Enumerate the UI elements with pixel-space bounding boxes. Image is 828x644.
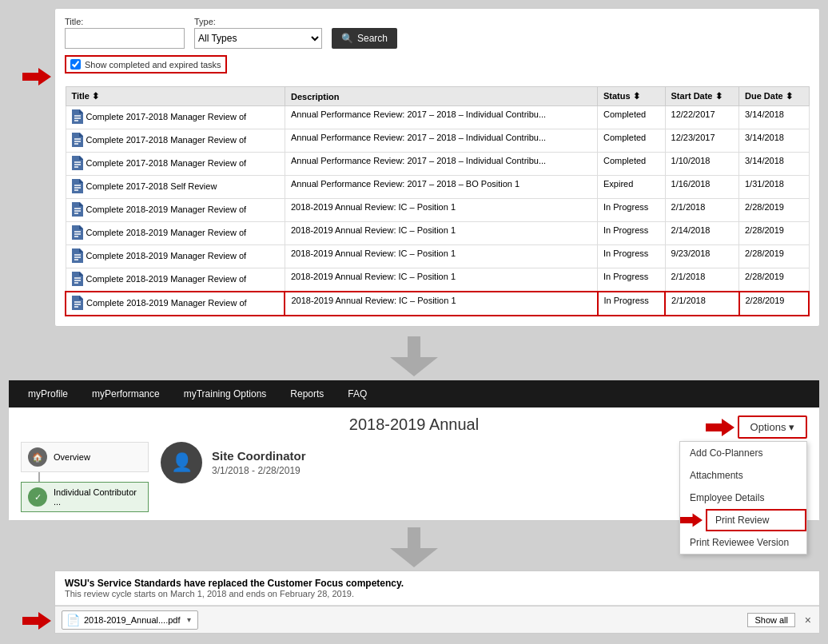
show-completed-checkbox[interactable] xyxy=(70,59,81,70)
options-wrapper: Options ▾ Add Co-Planners Attachments Em… xyxy=(706,415,807,439)
download-section: WSU's Service Standards have replaced th… xyxy=(54,570,820,634)
options-button[interactable]: Options ▾ xyxy=(738,415,807,439)
nav-reports[interactable]: Reports xyxy=(279,382,335,406)
employee-info: 👤 Site Coordinator 3/1/2018 - 2/28/2019 xyxy=(161,442,306,483)
svg-marker-3 xyxy=(706,419,734,436)
task-search-panel: Title: Type: All Types 🔍 Search xyxy=(54,8,820,327)
table-row[interactable]: Complete 2017-2018 Manager Review of Ann… xyxy=(66,153,809,176)
row-due-date: 2/28/2019 xyxy=(739,245,810,268)
svg-marker-6 xyxy=(390,548,438,567)
dropdown-attachments[interactable]: Attachments xyxy=(680,464,806,487)
row-start-date: 9/23/2018 xyxy=(665,245,738,268)
title-input[interactable] xyxy=(65,28,185,49)
table-row[interactable]: Complete 2017-2018 Manager Review of Ann… xyxy=(66,129,809,153)
col-title: Title ⬍ xyxy=(66,87,285,106)
row-title: Complete 2017-2018 Manager Review of xyxy=(86,158,247,168)
nav-my-performance[interactable]: myPerformance xyxy=(81,382,171,406)
dropdown-print-review[interactable]: Print Review xyxy=(706,509,806,531)
notification-content: WSU's Service Standards have replaced th… xyxy=(55,571,819,606)
row-title: Complete 2018-2019 Manager Review of xyxy=(86,298,247,308)
row-due-date: 1/31/2018 xyxy=(739,176,810,199)
row-start-date: 12/23/2017 xyxy=(665,129,738,153)
row-status: Expired xyxy=(598,176,666,199)
home-icon: 🏠 xyxy=(28,447,47,467)
task-icon xyxy=(72,156,83,170)
table-row[interactable]: Complete 2018-2019 Manager Review of 201… xyxy=(66,245,809,268)
arrow-download xyxy=(22,612,51,630)
col-status: Status ⬍ xyxy=(598,87,666,106)
row-start-date: 2/1/2018 xyxy=(665,199,738,222)
row-start-date: 2/1/2018 xyxy=(665,292,738,316)
nav-my-training[interactable]: myTraining Options xyxy=(173,382,278,406)
row-status: In Progress xyxy=(598,222,666,245)
check-icon: ✓ xyxy=(28,487,47,507)
row-title: Complete 2018-2019 Manager Review of xyxy=(86,228,247,237)
row-title: Complete 2017-2018 Manager Review of xyxy=(86,135,247,145)
task-table: Title ⬍ Description Status ⬍ Start Date … xyxy=(65,86,810,316)
row-title: Complete 2018-2019 Manager Review of xyxy=(86,274,247,284)
task-icon xyxy=(72,272,83,286)
type-select[interactable]: All Types xyxy=(194,28,322,49)
employee-details: Site Coordinator 3/1/2018 - 2/28/2019 xyxy=(212,449,306,476)
performance-content: 2018-2019 Annual Options ▾ Add Co-Planne… xyxy=(9,407,819,520)
dropdown-employee-details[interactable]: Employee Details xyxy=(680,487,806,509)
arrow-checkbox xyxy=(22,68,51,85)
close-download-button[interactable]: × xyxy=(803,614,813,626)
pdf-icon: 📄 xyxy=(66,614,80,626)
row-status: In Progress xyxy=(598,245,666,268)
row-status: Completed xyxy=(598,129,666,153)
row-status: In Progress xyxy=(598,292,666,316)
row-description: 2018-2019 Annual Review: IC – Position 1 xyxy=(285,222,597,245)
svg-rect-1 xyxy=(408,336,420,359)
caret-icon: ▾ xyxy=(187,615,191,624)
table-row[interactable]: Complete 2017-2018 Manager Review of Ann… xyxy=(66,106,809,129)
show-all-button[interactable]: Show all xyxy=(747,613,795,627)
row-description: Annual Performance Review: 2017 – 2018 –… xyxy=(285,129,597,153)
down-arrow-2 xyxy=(390,527,438,567)
search-icon: 🔍 xyxy=(341,33,353,44)
title-field-group: Title: xyxy=(65,17,185,49)
avatar-icon: 👤 xyxy=(171,452,193,473)
row-description: Annual Performance Review: 2017 – 2018 –… xyxy=(285,176,597,199)
table-row[interactable]: Complete 2018-2019 Manager Review of 201… xyxy=(66,292,809,316)
notification-subtext: This review cycle starts on March 1, 201… xyxy=(65,589,810,598)
row-due-date: 2/28/2019 xyxy=(739,268,810,292)
type-field-group: Type: All Types xyxy=(194,17,322,49)
row-start-date: 1/16/2018 xyxy=(665,176,738,199)
row-due-date: 2/28/2019 xyxy=(739,199,810,222)
timeline-overview[interactable]: 🏠 Overview xyxy=(21,442,149,472)
pdf-file-tag[interactable]: 📄 2018-2019_Annual....pdf ▾ xyxy=(62,610,198,630)
row-description: 2018-2019 Annual Review: IC – Position 1 xyxy=(285,268,597,292)
avatar: 👤 xyxy=(161,442,202,483)
col-due-date: Due Date ⬍ xyxy=(739,87,810,106)
row-title: Complete 2017-2018 Self Review xyxy=(86,181,217,191)
timeline-individual-contributor[interactable]: ✓ Individual Contributor ... xyxy=(21,482,149,512)
dropdown-print-reviewee[interactable]: Print Reviewee Version xyxy=(680,531,806,554)
arrow-options xyxy=(706,419,734,436)
arrow-section1-to-section2 xyxy=(8,336,820,376)
svg-marker-4 xyxy=(680,513,703,527)
timeline: 🏠 Overview ✓ Individual Contributor ... xyxy=(21,442,149,512)
row-start-date: 1/10/2018 xyxy=(665,153,738,176)
row-due-date: 3/14/2018 xyxy=(739,153,810,176)
task-icon xyxy=(72,225,83,240)
search-button[interactable]: 🔍 Search xyxy=(332,28,397,49)
row-status: In Progress xyxy=(598,199,666,222)
row-description: 2018-2019 Annual Review: IC – Position 1 xyxy=(285,292,597,316)
table-row[interactable]: Complete 2017-2018 Self Review Annual Pe… xyxy=(66,176,809,199)
row-description: Annual Performance Review: 2017 – 2018 –… xyxy=(285,153,597,176)
row-start-date: 2/1/2018 xyxy=(665,268,738,292)
nav-my-profile[interactable]: myProfile xyxy=(17,382,79,406)
timeline-label-ic: Individual Contributor ... xyxy=(54,487,141,507)
table-row[interactable]: Complete 2018-2019 Manager Review of 201… xyxy=(66,268,809,292)
table-row[interactable]: Complete 2018-2019 Manager Review of 201… xyxy=(66,222,809,245)
dropdown-add-coplanners[interactable]: Add Co-Planners xyxy=(680,442,806,464)
down-arrow-1 xyxy=(390,336,438,376)
nav-faq[interactable]: FAQ xyxy=(336,382,378,406)
table-row[interactable]: Complete 2018-2019 Manager Review of 201… xyxy=(66,199,809,222)
download-bar: 📄 2018-2019_Annual....pdf ▾ Show all × xyxy=(55,606,819,633)
options-dropdown: Add Co-Planners Attachments Employee Det… xyxy=(679,441,807,555)
row-start-date: 12/22/2017 xyxy=(665,106,738,129)
row-title: Complete 2018-2019 Manager Review of xyxy=(86,251,247,260)
task-icon xyxy=(72,133,83,147)
